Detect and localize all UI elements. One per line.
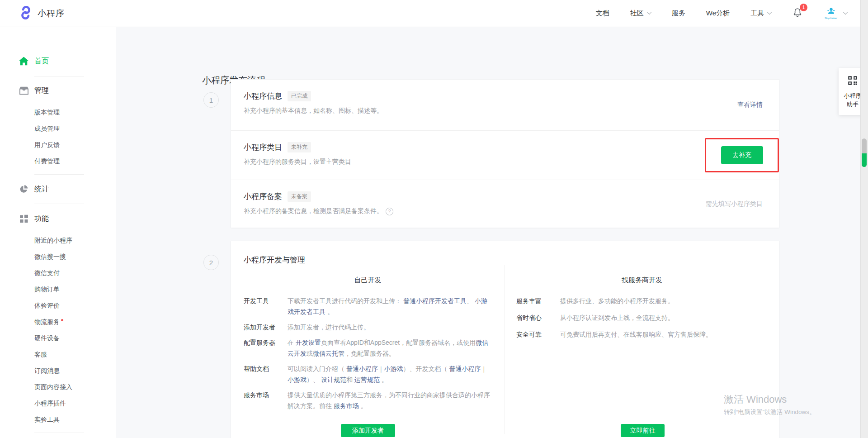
sidebar-item-2-5[interactable]: 物流服务: [0, 314, 115, 330]
sidebar-item-2-7[interactable]: 客服: [0, 347, 115, 363]
sidebar-item-2-3[interactable]: 购物订单: [0, 281, 115, 298]
sidebar-item-label: 硬件设备: [34, 334, 60, 343]
sidebar-section-items: 附近的小程序微信搜一搜微信支付购物订单体验评价物流服务硬件设备客服订阅消息页面内…: [0, 233, 115, 428]
logo-text: 小程序: [38, 8, 65, 19]
sidebar-item-0-1[interactable]: 成员管理: [0, 121, 115, 137]
sidebar-section-0[interactable]: 管理: [0, 82, 115, 99]
sidebar-item-label: 微信搜一搜: [34, 253, 66, 261]
step1-card: 小程序信息已完成补充小程序的基本信息，如名称、图标、描述等。查看详情小程序类目未…: [231, 79, 779, 228]
sidebar-item-2-1[interactable]: 微信搜一搜: [0, 249, 115, 265]
sidebar-item-2-10[interactable]: 小程序插件: [0, 395, 115, 412]
service-provider-header: 找服务商开发: [505, 276, 779, 286]
pie-chart-icon: [19, 185, 28, 194]
add-developer-button[interactable]: 添加开发者: [341, 424, 395, 437]
step2-card: 小程序开发与管理 自己开发 开发工具下载开发者工具进行代码的开发和上传： 普通小…: [231, 241, 779, 438]
go-now-button[interactable]: 立即前往: [621, 424, 665, 437]
wechat-miniprogram-console: 小程序 文档社区服务We分析工具 1 Skychaker: [0, 0, 868, 438]
dev-columns: 自己开发 开发工具下载开发者工具进行代码的开发和上传： 普通小程序开发者工具、 …: [231, 265, 779, 434]
step2-title: 小程序开发与管理: [244, 255, 779, 265]
status-badge: 未补充: [288, 142, 311, 152]
sidebar-home-label: 首页: [34, 57, 49, 66]
sidebar-item-label: 物流服务: [34, 318, 60, 326]
inline-link[interactable]: 普通小程序开发者工具: [403, 297, 467, 305]
sidebar-item-label: 附近的小程序: [34, 237, 72, 245]
sidebar-item-2-8[interactable]: 订阅消息: [0, 363, 115, 379]
miniprogram-logo[interactable]: 小程序: [18, 5, 65, 22]
sidebar-item-label: 用户反馈: [34, 141, 60, 149]
nav-link-label: 文档: [596, 9, 609, 18]
sidebar-section-2[interactable]: 功能: [0, 210, 115, 227]
sidebar-item-label: 版本管理: [34, 109, 60, 117]
sidebar-item-home[interactable]: 首页: [0, 52, 115, 70]
nav-link-2[interactable]: 服务: [672, 9, 685, 18]
sidebar-item-2-4[interactable]: 体验评价: [0, 298, 115, 314]
dev-row-3: 帮助文档可以阅读入门介绍（ 普通小程序｜小游戏）、开发文档（ 普通小程序｜小游戏…: [231, 363, 505, 385]
sidebar-item-label: 页面内容接入: [34, 383, 72, 391]
go-complete-button[interactable]: 去补充: [721, 146, 763, 164]
inline-link[interactable]: 微信云托管: [313, 350, 344, 357]
notification-bell[interactable]: 1: [792, 7, 803, 20]
svc-row-2: 安全可靠可免费试用后再支付、在线客服响应、官方售后保障。: [505, 329, 779, 340]
inline-link[interactable]: 设计规范: [321, 376, 346, 383]
dev-row-2: 配置服务器在 开发设置页面查看AppID和AppSecret，配置服务器域名，或…: [231, 337, 505, 359]
nav-link-1[interactable]: 社区: [630, 9, 651, 18]
scrollbar-thumb-green: [862, 153, 867, 167]
nav-link-0[interactable]: 文档: [596, 9, 609, 18]
top-navbar: 小程序 文档社区服务We分析工具 1 Skychaker: [0, 0, 868, 27]
step-number-2: 2: [203, 255, 219, 270]
sidebar-divider: [34, 433, 84, 433]
chevron-down-icon: [767, 10, 772, 14]
inline-link[interactable]: 小游戏: [384, 365, 403, 372]
sidebar-divider: [34, 76, 84, 76]
dev-row-label: 开发工具: [244, 295, 288, 317]
nav-link-label: We分析: [706, 9, 730, 18]
sidebar-item-label: 购物订单: [34, 286, 60, 294]
flow-row-desc: 补充小程序的备案信息，检测是否满足备案条件。?: [244, 207, 763, 215]
sidebar-item-0-0[interactable]: 版本管理: [0, 105, 115, 121]
avatar: Skychaker: [822, 5, 840, 23]
grid-icon: [19, 214, 28, 224]
nav-links: 文档社区服务We分析工具: [596, 9, 771, 18]
sidebar-item-2-0[interactable]: 附近的小程序: [0, 233, 115, 249]
step-number-1: 1: [203, 92, 219, 108]
svc-row-text: 从小程序认证到发布上线，全流程支持。: [560, 312, 674, 323]
sidebar-item-0-2[interactable]: 用户反馈: [0, 137, 115, 153]
sidebar-item-2-2[interactable]: 微信支付: [0, 265, 115, 281]
help-icon[interactable]: ?: [386, 208, 393, 215]
flow-row-title: 小程序信息: [244, 91, 282, 101]
sidebar-section-1[interactable]: 统计: [0, 181, 115, 197]
view-details-link[interactable]: 查看详情: [737, 101, 763, 109]
inline-link[interactable]: 普通小程序: [449, 365, 481, 372]
sidebar-item-label: 客服: [34, 351, 47, 359]
sidebar-item-0-3[interactable]: 付费管理: [0, 153, 115, 170]
svc-row-text: 可免费试用后再支付、在线客服响应、官方售后保障。: [560, 329, 712, 340]
highlight-annotation-box: 去补充: [705, 138, 779, 172]
svc-row-0: 服务丰富提供多行业、多功能的小程序开发服务。: [505, 295, 779, 306]
page-scrollbar-track[interactable]: [860, 0, 868, 438]
inline-link[interactable]: 开发设置: [296, 339, 321, 346]
dev-row-text: 下载开发者工具进行代码的开发和上传： 普通小程序开发者工具、 小游戏开发者工具 …: [288, 295, 505, 317]
account-menu[interactable]: Skychaker: [822, 5, 847, 23]
tray-icon: [19, 86, 28, 95]
sidebar-divider: [34, 204, 84, 204]
sidebar-item-label: 体验评价: [34, 302, 60, 310]
sidebar-section-label: 管理: [34, 86, 49, 95]
flow-row-title: 小程序备案: [244, 191, 282, 202]
scrollbar-thumb[interactable]: [862, 138, 867, 167]
flow-row-title-line: 小程序备案未备案: [244, 191, 763, 202]
inline-link[interactable]: 普通小程序: [346, 365, 378, 372]
flow-row-desc-text: 补充小程序的备案信息，检测是否满足备案条件。: [244, 207, 383, 215]
inline-link[interactable]: 运营规范: [354, 376, 380, 383]
inline-link[interactable]: 服务市场: [334, 402, 359, 409]
nav-link-3[interactable]: We分析: [706, 9, 730, 18]
sidebar-item-2-9[interactable]: 页面内容接入: [0, 379, 115, 395]
qr-code-icon: [847, 75, 859, 88]
dev-row-4: 服务市场提供大量优质的小程序第三方服务，为不同行业的商家提供合适的小程序解决方案…: [231, 390, 505, 411]
sidebar-item-label: 小程序插件: [34, 400, 66, 408]
svc-row-label: 省时省心: [516, 312, 560, 323]
nav-link-4[interactable]: 工具: [750, 9, 771, 18]
sidebar-item-2-11[interactable]: 实验工具: [0, 412, 115, 428]
sidebar-item-2-6[interactable]: 硬件设备: [0, 330, 115, 347]
scrollbar-thumb-gray: [862, 138, 867, 153]
inline-link[interactable]: 小游戏: [288, 376, 307, 383]
